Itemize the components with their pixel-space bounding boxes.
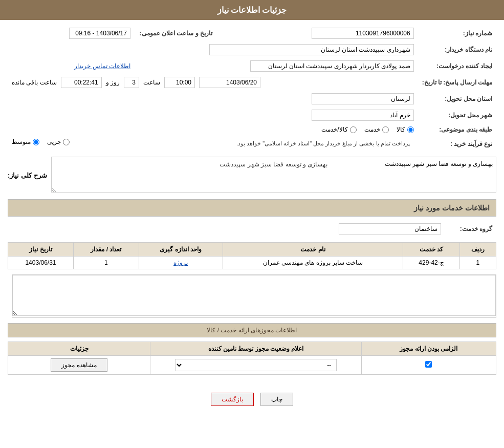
col-service-name: نام خدمت: [223, 243, 403, 257]
process-note: پرداخت تمام یا بخشی از مبلغ خریداز محل "…: [80, 138, 414, 149]
creator-value: [135, 58, 418, 74]
category-radio-khedmat: خدمت: [364, 126, 389, 133]
permissions-header: اطلاعات مجوزهای ارائه خدمت / کالا: [8, 323, 496, 337]
response-time-label: ساعت: [143, 79, 160, 86]
process-radio-group: متوسط جزیی: [12, 138, 70, 145]
category-radio-khedmat-input[interactable]: [382, 126, 389, 133]
page-title: جزئیات اطلاعات نیاز: [217, 6, 287, 14]
permission-required-cell: [361, 356, 496, 375]
row-province: استان محل تحویل:: [8, 91, 496, 107]
buyer-org-input[interactable]: [209, 44, 414, 55]
category-options: کالا/خدمت خدمت کالا: [8, 123, 418, 136]
contact-link-cell: اطلاعات تماس خریدار: [8, 58, 135, 74]
response-days-label: روز و: [106, 79, 120, 86]
creator-input[interactable]: [250, 60, 414, 72]
response-remaining-label: ساعت باقی مانده: [12, 79, 57, 86]
buyer-org-value: [8, 41, 418, 58]
col-row-num: ردیف: [459, 243, 496, 257]
process-jozyi-label: جزیی: [47, 138, 61, 145]
cell-quantity: 1: [73, 257, 139, 269]
category-kala-label: کالا: [397, 126, 405, 133]
col-date: تاریخ نیاز: [8, 243, 74, 257]
contact-link[interactable]: اطلاعات تماس خریدار: [74, 62, 130, 70]
back-button[interactable]: بازگشت: [211, 393, 254, 406]
col-quantity: تعداد / مقدار: [73, 243, 139, 257]
permissions-header-row: الزامی بودن ارائه مجوز اعلام وضعیت مجوز …: [8, 342, 496, 356]
general-desc-textarea[interactable]: [51, 157, 496, 193]
announce-datetime-input[interactable]: [69, 28, 130, 39]
services-table-body: 1 ج-42-429 ساخت سایر پروژه های مهندسی عم…: [8, 257, 496, 269]
page-wrapper: جزئیات اطلاعات نیاز شماره نیاز: تاریخ و …: [0, 0, 504, 448]
footer-buttons: چاپ بازگشت: [8, 385, 496, 414]
cell-service-code: ج-42-429: [403, 257, 459, 269]
table-row: 1 ج-42-429 ساخت سایر پروژه های مهندسی عم…: [8, 257, 496, 269]
delivery-city-label: شهر محل تحویل:: [418, 107, 496, 123]
process-type-options: متوسط جزیی پرداخت تمام یا بخشی از مبلغ خ…: [8, 136, 418, 152]
process-radio-motawaset: متوسط: [12, 138, 39, 145]
announce-datetime-value: [8, 25, 135, 41]
service-group-input[interactable]: [339, 223, 441, 234]
permission-details-cell: مشاهده مجوز: [8, 356, 150, 375]
notice-number-input[interactable]: [312, 28, 414, 39]
delivery-city-value: [8, 107, 418, 123]
response-date-input[interactable]: [199, 77, 260, 88]
process-motawaset-label: متوسط: [12, 138, 31, 145]
announce-datetime-label: تاریخ و ساعت اعلان عمومی:: [135, 25, 216, 41]
response-time-input[interactable]: [164, 77, 195, 88]
process-type-group: متوسط جزیی پرداخت تمام یا بخشی از مبلغ خ…: [12, 138, 414, 149]
response-deadline-group: ساعت باقی مانده روز و ساعت: [12, 77, 414, 88]
col-unit: واحد اندازه گیری: [139, 243, 223, 257]
delivery-city-input[interactable]: [312, 110, 414, 121]
process-type-label: نوع فرآیند خرید :: [418, 136, 496, 152]
response-deadline-value: ساعت باقی مانده روز و ساعت: [8, 74, 418, 91]
cell-row-num: 1: [459, 257, 496, 269]
service-group-label: گروه خدمت:: [445, 221, 496, 237]
buyer-org-label: نام دستگاه خریدار:: [418, 41, 496, 58]
cell-date: 1403/06/31: [8, 257, 74, 269]
delivery-province-label: استان محل تحویل:: [418, 91, 496, 107]
response-remaining-input[interactable]: [61, 77, 102, 88]
col-service-code: کد خدمت: [403, 243, 459, 257]
view-permission-button[interactable]: مشاهده مجوز: [51, 358, 107, 372]
col-status: اعلام وضعیت مجوز توسط نامین کننده: [150, 342, 362, 356]
general-desc-inner: شرح کلی نیاز: بهسازی و توسعه فضا سبز شهر…: [8, 157, 496, 194]
permissions-row: -- مشاهده مجوز: [8, 356, 496, 375]
service-group-value: [8, 221, 445, 237]
col-required: الزامی بودن ارائه مجوز: [361, 342, 496, 356]
row-buyer-org: نام دستگاه خریدار:: [8, 41, 496, 58]
services-table-head: ردیف کد خدمت نام خدمت واحد اندازه گیری ت…: [8, 243, 496, 257]
services-table-header-row: ردیف کد خدمت نام خدمت واحد اندازه گیری ت…: [8, 243, 496, 257]
response-days-input[interactable]: [124, 77, 139, 88]
unit-link[interactable]: پروژه: [173, 259, 188, 266]
permissions-table-head: الزامی بودن ارائه مجوز اعلام وضعیت مجوز …: [8, 342, 496, 356]
permission-status-select[interactable]: --: [175, 359, 337, 371]
general-desc-watermark-area: بهسازی و توسعه فضا سبز شهر سپیددشت: [51, 157, 496, 194]
permissions-header-text: اطلاعات مجوزهای ارائه خدمت / کالا: [207, 327, 297, 334]
cell-unit: پروژه: [139, 257, 223, 269]
general-desc-section: شرح کلی نیاز: بهسازی و توسعه فضا سبز شهر…: [8, 157, 496, 194]
permission-required-checkbox[interactable]: [425, 361, 432, 368]
services-table: ردیف کد خدمت نام خدمت واحد اندازه گیری ت…: [8, 242, 496, 269]
service-group-table: گروه خدمت:: [8, 221, 496, 237]
creator-label: ایجاد کننده درخواست:: [418, 58, 496, 74]
process-radio-jozyi: جزیی: [47, 138, 70, 145]
category-khedmat-label: خدمت: [364, 126, 380, 133]
notice-number-value: [216, 25, 418, 41]
info-table: شماره نیاز: تاریخ و ساعت اعلان عمومی: نا…: [8, 25, 496, 152]
cell-service-name: ساخت سایر پروژه های مهندسی عمران: [223, 257, 403, 269]
category-radio-group: کالا/خدمت خدمت کالا: [12, 126, 414, 133]
row-notice-number: شماره نیاز: تاریخ و ساعت اعلان عمومی:: [8, 25, 496, 41]
process-radio-jozyi-input[interactable]: [63, 139, 70, 145]
process-radio-motawaset-input[interactable]: [33, 139, 39, 145]
buyer-notes-section: [8, 274, 496, 318]
notice-number-label: شماره نیاز:: [418, 25, 496, 41]
category-radio-kala-khedmat-input[interactable]: [350, 126, 357, 133]
delivery-province-input[interactable]: [312, 93, 414, 104]
permissions-table: الزامی بودن ارائه مجوز اعلام وضعیت مجوز …: [8, 342, 496, 375]
category-radio-kala-input[interactable]: [407, 126, 414, 133]
print-button[interactable]: چاپ: [260, 393, 293, 406]
buyer-notes-textarea[interactable]: [12, 275, 496, 316]
general-desc-label: شرح کلی نیاز:: [8, 172, 47, 179]
permission-status-cell: --: [150, 356, 362, 375]
category-radio-kala-khedmat: کالا/خدمت: [321, 126, 356, 133]
